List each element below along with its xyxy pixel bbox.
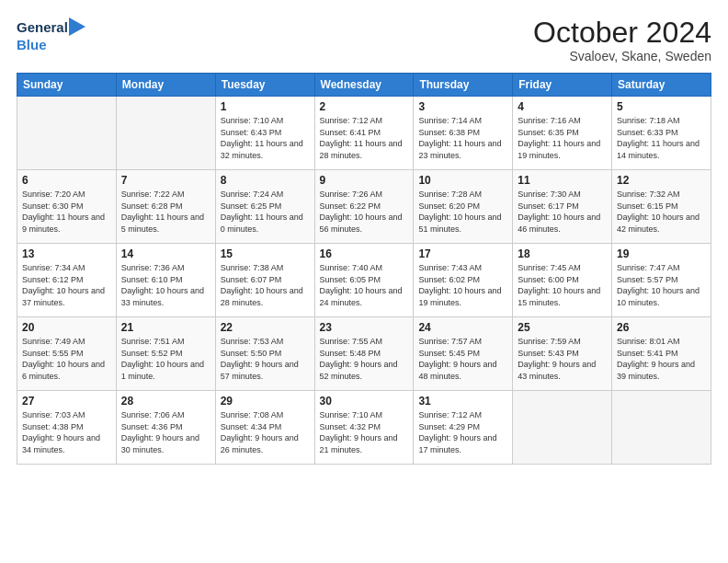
- table-row: 12Sunrise: 7:32 AMSunset: 6:15 PMDayligh…: [612, 170, 711, 244]
- daylight-text: Daylight: 9 hours and 17 minutes.: [418, 433, 496, 454]
- day-number: 14: [121, 247, 210, 260]
- day-number: 28: [121, 395, 210, 408]
- daylight-text: Daylight: 10 hours and 42 minutes.: [617, 213, 700, 234]
- daylight-text: Daylight: 10 hours and 15 minutes.: [518, 286, 600, 307]
- table-row: 27Sunrise: 7:03 AMSunset: 4:38 PMDayligh…: [17, 391, 117, 465]
- day-number: 11: [518, 174, 607, 187]
- day-info: Sunrise: 8:01 AMSunset: 5:41 PMDaylight:…: [617, 336, 706, 382]
- day-info: Sunrise: 7:40 AMSunset: 6:05 PMDaylight:…: [320, 262, 409, 308]
- sunrise-text: Sunrise: 7:08 AM: [221, 410, 284, 419]
- day-info: Sunrise: 7:47 AMSunset: 5:57 PMDaylight:…: [617, 262, 706, 308]
- sunset-text: Sunset: 4:32 PM: [320, 422, 381, 431]
- day-number: 21: [121, 321, 210, 334]
- daylight-text: Daylight: 11 hours and 14 minutes.: [617, 139, 700, 160]
- title-block: October 2024 Svaloev, Skane, Sweden: [533, 17, 711, 63]
- day-number: 27: [22, 395, 111, 408]
- sunrise-text: Sunrise: 7:03 AM: [22, 410, 85, 419]
- sunrise-text: Sunrise: 7:40 AM: [320, 263, 383, 272]
- sunrise-text: Sunrise: 7:14 AM: [418, 116, 482, 125]
- sunset-text: Sunset: 6:02 PM: [418, 275, 480, 284]
- day-info: Sunrise: 7:43 AMSunset: 6:02 PMDaylight:…: [418, 262, 507, 308]
- svg-marker-0: [69, 17, 85, 36]
- day-number: 10: [418, 174, 507, 187]
- location-text: Svaloev, Skane, Sweden: [533, 49, 711, 63]
- sunrise-text: Sunrise: 7:43 AM: [418, 263, 482, 272]
- sunset-text: Sunset: 5:43 PM: [518, 349, 579, 358]
- day-info: Sunrise: 7:53 AMSunset: 5:50 PMDaylight:…: [221, 336, 310, 382]
- sunset-text: Sunset: 6:15 PM: [617, 201, 678, 211]
- daylight-text: Daylight: 9 hours and 34 minutes.: [22, 433, 100, 454]
- day-number: 23: [320, 321, 409, 334]
- sunset-text: Sunset: 6:35 PM: [518, 128, 579, 137]
- day-info: Sunrise: 7:12 AMSunset: 6:41 PMDaylight:…: [320, 115, 409, 161]
- day-info: Sunrise: 7:08 AMSunset: 4:34 PMDaylight:…: [221, 409, 310, 455]
- calendar-week-3: 13Sunrise: 7:34 AMSunset: 6:12 PMDayligh…: [17, 244, 711, 317]
- sunrise-text: Sunrise: 7:38 AM: [221, 263, 284, 272]
- sunset-text: Sunset: 6:30 PM: [22, 201, 84, 211]
- day-number: 22: [221, 321, 310, 334]
- daylight-text: Daylight: 9 hours and 30 minutes.: [121, 433, 199, 454]
- day-number: 15: [221, 247, 310, 260]
- day-info: Sunrise: 7:32 AMSunset: 6:15 PMDaylight:…: [617, 189, 706, 235]
- day-info: Sunrise: 7:16 AMSunset: 6:35 PMDaylight:…: [518, 115, 607, 161]
- table-row: 2Sunrise: 7:12 AMSunset: 6:41 PMDaylight…: [314, 97, 414, 170]
- table-row: [17, 97, 117, 170]
- month-title: October 2024: [533, 17, 711, 49]
- day-info: Sunrise: 7:34 AMSunset: 6:12 PMDaylight:…: [22, 262, 111, 308]
- day-info: Sunrise: 7:36 AMSunset: 6:10 PMDaylight:…: [121, 262, 210, 308]
- sunrise-text: Sunrise: 7:32 AM: [617, 190, 680, 199]
- daylight-text: Daylight: 11 hours and 0 minutes.: [221, 213, 303, 234]
- day-number: 26: [617, 321, 706, 334]
- sunset-text: Sunset: 6:07 PM: [221, 275, 282, 284]
- sunset-text: Sunset: 4:34 PM: [221, 422, 282, 431]
- daylight-text: Daylight: 10 hours and 28 minutes.: [221, 286, 303, 307]
- daylight-text: Daylight: 10 hours and 51 minutes.: [418, 213, 501, 234]
- sunset-text: Sunset: 6:12 PM: [22, 275, 84, 284]
- table-row: 17Sunrise: 7:43 AMSunset: 6:02 PMDayligh…: [414, 244, 513, 317]
- day-info: Sunrise: 7:30 AMSunset: 6:17 PMDaylight:…: [518, 189, 607, 235]
- sunrise-text: Sunrise: 7:24 AM: [221, 190, 284, 199]
- day-info: Sunrise: 7:12 AMSunset: 4:29 PMDaylight:…: [418, 409, 507, 455]
- logo-general-text: General: [17, 19, 68, 35]
- day-info: Sunrise: 7:28 AMSunset: 6:20 PMDaylight:…: [418, 189, 507, 235]
- day-info: Sunrise: 7:59 AMSunset: 5:43 PMDaylight:…: [518, 336, 607, 382]
- daylight-text: Daylight: 9 hours and 57 minutes.: [221, 360, 299, 381]
- table-row: 7Sunrise: 7:22 AMSunset: 6:28 PMDaylight…: [116, 170, 215, 244]
- sunrise-text: Sunrise: 7:10 AM: [221, 116, 284, 125]
- table-row: 20Sunrise: 7:49 AMSunset: 5:55 PMDayligh…: [17, 317, 117, 391]
- daylight-text: Daylight: 11 hours and 19 minutes.: [518, 139, 600, 160]
- calendar-week-4: 20Sunrise: 7:49 AMSunset: 5:55 PMDayligh…: [17, 317, 711, 391]
- table-row: 8Sunrise: 7:24 AMSunset: 6:25 PMDaylight…: [215, 170, 314, 244]
- sunrise-text: Sunrise: 7:22 AM: [121, 190, 185, 199]
- sunset-text: Sunset: 5:57 PM: [617, 275, 678, 284]
- table-row: 10Sunrise: 7:28 AMSunset: 6:20 PMDayligh…: [414, 170, 513, 244]
- col-wednesday: Wednesday: [314, 74, 414, 97]
- table-row: 1Sunrise: 7:10 AMSunset: 6:43 PMDaylight…: [215, 97, 314, 170]
- day-info: Sunrise: 7:18 AMSunset: 6:33 PMDaylight:…: [617, 115, 706, 161]
- sunrise-text: Sunrise: 8:01 AM: [617, 337, 680, 346]
- sunset-text: Sunset: 5:41 PM: [617, 349, 678, 358]
- sunrise-text: Sunrise: 7:34 AM: [22, 263, 85, 272]
- sunrise-text: Sunrise: 7:28 AM: [418, 190, 482, 199]
- daylight-text: Daylight: 9 hours and 48 minutes.: [418, 360, 496, 381]
- table-row: 22Sunrise: 7:53 AMSunset: 5:50 PMDayligh…: [215, 317, 314, 391]
- sunset-text: Sunset: 6:00 PM: [518, 275, 579, 284]
- sunrise-text: Sunrise: 7:45 AM: [518, 263, 581, 272]
- sunset-text: Sunset: 6:17 PM: [518, 201, 579, 211]
- sunrise-text: Sunrise: 7:36 AM: [121, 263, 185, 272]
- sunset-text: Sunset: 6:25 PM: [221, 201, 282, 211]
- daylight-text: Daylight: 10 hours and 46 minutes.: [518, 213, 600, 234]
- day-number: 17: [418, 247, 507, 260]
- day-number: 7: [121, 174, 210, 187]
- day-info: Sunrise: 7:10 AMSunset: 6:43 PMDaylight:…: [221, 115, 310, 161]
- day-number: 16: [320, 247, 409, 260]
- sunrise-text: Sunrise: 7:55 AM: [320, 337, 383, 346]
- table-row: 25Sunrise: 7:59 AMSunset: 5:43 PMDayligh…: [513, 317, 612, 391]
- sunrise-text: Sunrise: 7:53 AM: [221, 337, 284, 346]
- day-number: 24: [418, 321, 507, 334]
- sunrise-text: Sunrise: 7:30 AM: [518, 190, 581, 199]
- logo-blue-text: Blue: [17, 37, 47, 52]
- table-row: 23Sunrise: 7:55 AMSunset: 5:48 PMDayligh…: [314, 317, 414, 391]
- daylight-text: Daylight: 9 hours and 52 minutes.: [320, 360, 398, 381]
- table-row: 24Sunrise: 7:57 AMSunset: 5:45 PMDayligh…: [414, 317, 513, 391]
